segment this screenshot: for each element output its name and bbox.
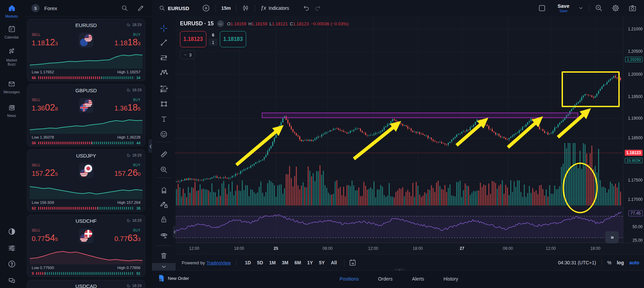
- server-clock[interactable]: 04:30:31 (UTC+1): [558, 260, 596, 265]
- range-button[interactable]: 5D: [257, 260, 263, 265]
- redo-button[interactable]: [312, 3, 324, 13]
- tab-orders[interactable]: Orders: [378, 276, 393, 282]
- flag-us: [84, 34, 92, 42]
- preferences-button[interactable]: [0, 243, 23, 253]
- range-button[interactable]: 3M: [282, 260, 288, 265]
- tool-hide-all[interactable]: [152, 230, 176, 241]
- sidebar-item-market-buzz[interactable]: Market Buzz: [0, 47, 23, 66]
- sidebar-item-label: News: [0, 114, 23, 118]
- tool-text[interactable]: [152, 114, 176, 124]
- fast-forward-button[interactable]: »: [605, 231, 619, 243]
- watchlist-card[interactable]: EURUSD 18:29 SELL1.18123 BUY1.18183 Low …: [27, 19, 145, 81]
- help-button[interactable]: [0, 260, 23, 269]
- chart-sell-button[interactable]: 1.18123: [180, 31, 206, 47]
- buy-quote-button[interactable]: BUY1.18183: [114, 33, 140, 48]
- sentiment-bar: 6238: [32, 206, 140, 210]
- price-axis-label: 1.20500: [628, 49, 643, 54]
- one-click-trading: 1.18123 6 1 1.18183: [180, 31, 246, 47]
- range-button[interactable]: 1Y: [307, 260, 313, 265]
- save-menu-button[interactable]: [576, 4, 586, 12]
- chat-button[interactable]: [0, 277, 23, 286]
- currency-pair-flags: [79, 33, 94, 48]
- hide-indicator-button[interactable]: –: [217, 20, 224, 27]
- new-order-button[interactable]: New Order: [158, 274, 189, 282]
- symbol-search-button[interactable]: EURUSD: [157, 3, 191, 13]
- lock-icon: [160, 215, 168, 223]
- quick-search-button[interactable]: [593, 3, 605, 14]
- change-value: −0.00036 (−0.03%): [311, 21, 349, 26]
- search-icon[interactable]: [121, 4, 128, 12]
- high-value: High 1.36228: [118, 135, 140, 139]
- watchlist-card[interactable]: USDJPY 18:29 SELL157.225 BUY157.260 Low …: [27, 149, 145, 212]
- magnet-icon: [160, 186, 168, 194]
- tool-crosshair[interactable]: [152, 23, 176, 34]
- buy-quote-button[interactable]: BUY1.36185: [114, 98, 140, 113]
- watchlist-card[interactable]: USDCAD 18:29: [27, 280, 145, 288]
- range-button[interactable]: 1D: [245, 260, 251, 265]
- watchlist-card[interactable]: GBPUSD 18:29 SELL1.36028 BUY1.36185 Low …: [27, 84, 145, 146]
- theme-toggle-button[interactable]: [0, 227, 23, 237]
- log-scale-button[interactable]: log: [617, 260, 624, 265]
- resistance-zone-drawing[interactable]: [262, 113, 578, 118]
- tab-history[interactable]: History: [443, 276, 458, 282]
- buy-quote-button[interactable]: BUY0.77633: [114, 229, 140, 243]
- tool-xabcd-pattern[interactable]: [152, 67, 176, 78]
- indicators-button[interactable]: ƒx Indicators: [258, 4, 291, 13]
- range-button[interactable]: 5Y: [319, 260, 325, 265]
- tool-zoom-in[interactable]: [152, 164, 176, 175]
- timeframe-button[interactable]: 15m: [219, 4, 233, 12]
- tradingview-link[interactable]: TradingView: [207, 260, 231, 265]
- layout-button[interactable]: [536, 3, 548, 14]
- sell-quote-button[interactable]: SELL1.18123: [32, 33, 58, 48]
- breakout-rectangle-drawing[interactable]: [562, 71, 620, 107]
- candlestick-chart-canvas[interactable]: [176, 16, 623, 243]
- range-button[interactable]: All: [331, 260, 337, 265]
- tab-positions[interactable]: Positions: [340, 276, 359, 282]
- sidebar-item-messages[interactable]: Messages: [0, 80, 23, 94]
- time-axis[interactable]: 12:0018:002506:0012:0018:002706:0012:001…: [176, 243, 644, 255]
- drawings-count-button[interactable]: 3: [180, 50, 195, 59]
- flag-jp: [84, 165, 92, 172]
- price-axis-box: 1.18123: [625, 150, 643, 156]
- candle-style-button[interactable]: [240, 3, 251, 13]
- percent-scale-button[interactable]: %: [607, 260, 611, 265]
- snapshot-button[interactable]: [626, 3, 639, 14]
- toolbar-scroll-down-button[interactable]: [152, 263, 176, 270]
- tool-forecast[interactable]: [152, 83, 176, 94]
- price-axis[interactable]: 1.210001.205001.202931.200001.195001.190…: [623, 16, 644, 254]
- edit-icon[interactable]: [137, 4, 145, 12]
- tool-magnet[interactable]: [152, 185, 176, 195]
- tool-fib-retracement[interactable]: [152, 52, 176, 63]
- tool-remove-all[interactable]: [152, 250, 176, 261]
- sidebar-item-markets[interactable]: Markets: [0, 4, 23, 18]
- sidebar-item-news[interactable]: News: [0, 103, 23, 118]
- buy-price: 1.18183: [114, 37, 140, 48]
- chart-buy-button[interactable]: 1.18183: [220, 31, 246, 47]
- buy-quote-button[interactable]: BUY157.260: [114, 163, 140, 178]
- undo-button[interactable]: [301, 3, 312, 13]
- tab-alerts[interactable]: Alerts: [412, 276, 424, 282]
- sidebar-item-label: Market Buzz: [2, 58, 21, 66]
- tool-rectangle[interactable]: [152, 98, 176, 109]
- tool-drawing-sync-lock[interactable]: [152, 199, 176, 210]
- go-to-date-icon[interactable]: [349, 259, 357, 267]
- save-button[interactable]: SaveSave: [556, 2, 571, 14]
- range-button[interactable]: 6M: [294, 260, 301, 265]
- chart-settings-button[interactable]: [610, 3, 622, 14]
- tool-measure[interactable]: [152, 149, 176, 160]
- add-symbol-button[interactable]: [200, 3, 212, 14]
- sell-quote-button[interactable]: SELL157.225: [32, 163, 58, 178]
- tool-lock-all[interactable]: [152, 214, 176, 225]
- sell-quote-button[interactable]: SELL0.77545: [32, 229, 58, 243]
- auto-scale-button[interactable]: auto: [629, 260, 639, 265]
- volume-circle-drawing[interactable]: [563, 163, 598, 213]
- sell-quote-button[interactable]: SELL1.36028: [32, 98, 58, 113]
- sidebar-item-calendar[interactable]: Calendar: [0, 25, 23, 39]
- tool-emoji[interactable]: [152, 129, 176, 140]
- range-button[interactable]: 1M: [269, 260, 276, 265]
- zoom-in-icon: [160, 166, 168, 174]
- tool-trend-line[interactable]: [152, 37, 176, 48]
- watchlist-card[interactable]: USDCHF 18:29 SELL0.77545 BUY0.77633 Low …: [27, 215, 145, 277]
- buy-price: 0.77633: [114, 233, 140, 243]
- high-value: High 0.77856: [118, 266, 140, 270]
